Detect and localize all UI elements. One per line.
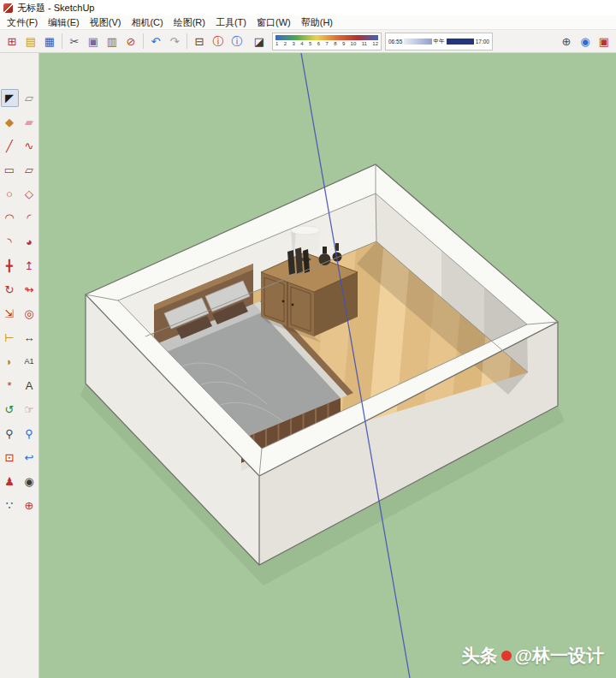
- model-canvas[interactable]: [39, 53, 616, 678]
- watermark: 头条 @林一设计: [462, 644, 604, 668]
- shadow-controls: ◪ 123456789101112 06:55 中午 17:00: [250, 32, 493, 51]
- door-handle-left: [282, 300, 285, 303]
- date-tick-4: 4: [300, 40, 303, 47]
- time-start-label: 06:55: [388, 39, 402, 45]
- tool-rotate[interactable]: ↻: [1, 281, 19, 299]
- menu-tools[interactable]: 工具(T): [210, 15, 252, 30]
- tool-arc[interactable]: ◠: [1, 209, 19, 227]
- watermark-dot-icon: [501, 651, 512, 661]
- tool-zoom-extents[interactable]: ⊡: [1, 449, 19, 467]
- toolbar-separator: [62, 33, 62, 49]
- time-track-morning[interactable]: [404, 39, 431, 45]
- tool-scale[interactable]: ⇲: [1, 305, 19, 323]
- tool-three-point-arc[interactable]: ◝: [1, 233, 19, 251]
- tool-text[interactable]: A1: [21, 353, 38, 371]
- date-tick-6: 6: [317, 40, 320, 47]
- lamp-shade-top: [291, 226, 320, 235]
- menu-edit[interactable]: 编辑(E): [43, 15, 85, 30]
- menu-view[interactable]: 视图(V): [85, 15, 127, 30]
- redo-button[interactable]: ↷: [165, 32, 184, 51]
- vase-1-body: [319, 253, 331, 265]
- date-tick-10: 10: [351, 40, 357, 47]
- tool-zoom-previous[interactable]: ↩: [21, 449, 38, 467]
- erase-button[interactable]: ⊘: [121, 32, 140, 51]
- tool-follow-me[interactable]: ↬: [21, 281, 38, 299]
- tool-eraser[interactable]: ▰: [21, 113, 38, 131]
- new-button[interactable]: ⊞: [3, 32, 21, 51]
- model-info-button[interactable]: ⓘ: [209, 32, 228, 51]
- tool-3d-text[interactable]: A: [21, 377, 38, 395]
- tool-pie[interactable]: ◕: [21, 233, 38, 251]
- tool-position-camera[interactable]: ♟: [1, 473, 19, 491]
- tool-orbit[interactable]: ↺: [1, 401, 19, 419]
- time-noon-label: 中午: [434, 38, 445, 45]
- door-handle-right: [292, 304, 294, 306]
- tool-polygon[interactable]: ◇: [21, 185, 38, 203]
- menu-draw[interactable]: 绘图(R): [169, 15, 210, 30]
- undo-button[interactable]: ↶: [146, 32, 165, 51]
- menu-camera[interactable]: 相机(C): [126, 15, 168, 30]
- tool-tape-measure[interactable]: ⊢: [1, 329, 19, 347]
- shadow-toggle-button[interactable]: ◪: [250, 32, 269, 51]
- shadow-time-slider[interactable]: 06:55 中午 17:00: [385, 33, 493, 51]
- copy-button[interactable]: ▣: [84, 32, 103, 51]
- help-info-button[interactable]: ⓘ: [228, 32, 246, 51]
- save-button[interactable]: ▦: [40, 32, 59, 51]
- menu-window[interactable]: 窗口(W): [252, 15, 296, 30]
- tool-freehand[interactable]: ∿: [21, 137, 38, 155]
- tool-offset[interactable]: ◎: [21, 305, 38, 323]
- axes-button[interactable]: ⊕: [557, 32, 576, 51]
- menu-help[interactable]: 帮助(H): [296, 15, 338, 30]
- tool-palette: ◤▱◆▰╱∿▭▱○◇◠◜◝◕╋↥↻↬⇲◎⊢↔◗A1*A↺☞⚲⚲⊡↩♟◉∵⊕: [0, 53, 39, 678]
- tool-zoom-window[interactable]: ⚲: [21, 425, 38, 443]
- main-area: ◤▱◆▰╱∿▭▱○◇◠◜◝◕╋↥↻↬⇲◎⊢↔◗A1*A↺☞⚲⚲⊡↩♟◉∵⊕: [0, 53, 616, 678]
- date-tick-11: 11: [362, 40, 367, 47]
- tool-push-pull[interactable]: ↥: [21, 257, 38, 275]
- date-tick-8: 8: [334, 40, 336, 47]
- cut-button[interactable]: ✂: [65, 32, 84, 51]
- model-box-button[interactable]: ▣: [595, 32, 613, 51]
- date-tick-9: 9: [342, 40, 345, 47]
- tool-zoom[interactable]: ⚲: [1, 425, 19, 443]
- shadow-date-slider[interactable]: 123456789101112: [272, 33, 382, 51]
- tool-look-around[interactable]: ◉: [21, 473, 38, 491]
- sketchup-logo-icon: [3, 3, 13, 13]
- tool-paint-bucket[interactable]: ◆: [1, 113, 19, 131]
- date-tick-2: 2: [284, 40, 287, 47]
- tool-line[interactable]: ╱: [1, 137, 19, 155]
- time-end-label: 17:00: [476, 39, 489, 45]
- menu-bar: 文件(F)编辑(E)视图(V)相机(C)绘图(R)工具(T)窗口(W)帮助(H): [0, 15, 616, 30]
- tool-protractor[interactable]: ◗: [1, 353, 19, 371]
- tool-circle[interactable]: ○: [1, 185, 19, 203]
- date-ticks: 123456789101112: [275, 40, 378, 47]
- tool-axes-tool[interactable]: *: [1, 377, 19, 395]
- tool-rotated-rectangle[interactable]: ▱: [21, 161, 38, 179]
- orbit-view-button[interactable]: ◉: [576, 32, 595, 51]
- toolbar-groups: ⊞▤▦✂▣▥⊘↶↷⊟ⓘⓘ: [3, 32, 246, 51]
- date-tick-3: 3: [292, 40, 294, 47]
- paste-button[interactable]: ▥: [103, 32, 121, 51]
- tool-make-component[interactable]: ▱: [21, 89, 38, 107]
- tool-walk[interactable]: ∵: [1, 497, 19, 514]
- print-button[interactable]: ⊟: [190, 32, 209, 51]
- time-track-afternoon[interactable]: [447, 39, 474, 45]
- tool-pan[interactable]: ☞: [21, 401, 38, 419]
- menu-file[interactable]: 文件(F): [2, 15, 43, 30]
- watermark-prefix: 头条: [462, 644, 498, 668]
- drawing-canvas[interactable]: 头条 @林一设计: [39, 53, 616, 678]
- date-tick-1: 1: [275, 40, 278, 47]
- tool-dimension[interactable]: ↔: [21, 329, 38, 347]
- tool-move[interactable]: ╋: [1, 257, 19, 275]
- watermark-suffix: @林一设计: [515, 644, 604, 668]
- window-title: 无标题 - SketchUp: [17, 2, 94, 15]
- tool-select[interactable]: ◤: [1, 89, 19, 107]
- tool-section-plane[interactable]: ⊕: [21, 497, 38, 514]
- tool-two-point-arc[interactable]: ◜: [21, 209, 38, 227]
- date-tick-12: 12: [372, 40, 378, 47]
- vase-1-neck: [323, 247, 327, 253]
- books[interactable]: [287, 247, 310, 275]
- open-button[interactable]: ▤: [21, 32, 40, 51]
- toolbar-separator: [143, 33, 144, 49]
- date-tick-7: 7: [325, 40, 328, 47]
- tool-rectangle[interactable]: ▭: [1, 161, 19, 179]
